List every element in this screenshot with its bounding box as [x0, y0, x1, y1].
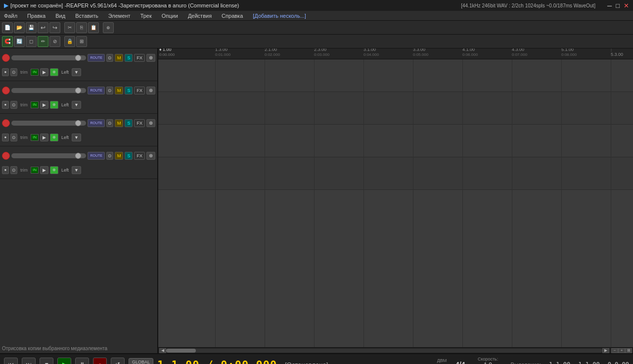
redo-button[interactable]: ↪ — [49, 22, 60, 33]
track-8-arm-button[interactable]: ● — [2, 166, 9, 174]
track-7-expand-button[interactable]: ⊕ — [146, 119, 155, 127]
erase-button[interactable]: ⊘ — [49, 36, 60, 47]
track-5-solo-button[interactable]: S — [125, 54, 133, 62]
track-6-volume-slider[interactable] — [11, 88, 86, 93]
track-8-volume-slider[interactable] — [11, 153, 86, 158]
track-6-solo-button[interactable]: S — [125, 87, 133, 94]
menu-element[interactable]: Элемент — [106, 12, 133, 20]
open-button[interactable]: 📂 — [14, 22, 25, 33]
track-6-arrow-button[interactable]: ▶ — [40, 101, 48, 109]
scroll-track[interactable] — [166, 349, 602, 353]
track-8-solo-button[interactable]: S — [125, 152, 133, 160]
zoom-fit-button[interactable]: ⊞ — [625, 348, 632, 353]
track-5-mute-button[interactable]: M — [115, 54, 124, 62]
track-7-pan-arrow[interactable]: ▼ — [72, 134, 81, 141]
track-7-phase-button[interactable]: ⊙ — [10, 134, 17, 141]
scroll-right-button[interactable]: ▶ — [602, 348, 609, 353]
zoom-in-button[interactable]: + — [618, 348, 625, 353]
track-5-fx-button[interactable]: FX — [134, 54, 145, 62]
track-6-expand-button[interactable]: ⊕ — [146, 87, 155, 94]
pencil-button[interactable]: ✏ — [38, 36, 48, 47]
track-content-area[interactable] — [158, 59, 633, 347]
track-7-panning-button[interactable]: ⊕ — [50, 134, 58, 141]
track-lane-8[interactable] — [158, 157, 633, 190]
track-7-io-button[interactable]: ⊙ — [106, 119, 113, 127]
bpm-display[interactable]: ДВМ 120 — [436, 358, 448, 364]
grid-button[interactable]: ⊞ — [76, 36, 87, 47]
menu-edit[interactable]: Правка — [25, 12, 47, 20]
copy-button[interactable]: ⎘ — [76, 22, 87, 33]
track-5-route-button[interactable]: ROUTE — [88, 54, 105, 62]
menu-track[interactable]: Трек — [138, 12, 154, 20]
lock-button[interactable]: 🔒 — [64, 36, 75, 47]
menu-options[interactable]: Опции — [160, 12, 180, 20]
track-6-route-button[interactable]: ROUTE — [88, 87, 105, 94]
track-6-fx-button[interactable]: FX — [134, 87, 145, 94]
minimize-button[interactable]: ─ — [607, 2, 612, 9]
play-button[interactable]: ▶ — [57, 358, 71, 364]
track-7-mute-button[interactable]: M — [115, 119, 124, 127]
track-lane-6[interactable] — [158, 92, 633, 125]
track-6-io-button[interactable]: ⊙ — [106, 87, 113, 94]
track-8-phase-button[interactable]: ⊙ — [10, 166, 17, 174]
track-7-volume-slider[interactable] — [11, 121, 86, 126]
track-8-pan-arrow[interactable]: ▼ — [72, 166, 81, 174]
track-5-pan-arrow[interactable]: ▼ — [72, 68, 81, 76]
cut-button[interactable]: ✂ — [64, 22, 75, 33]
close-button[interactable]: ✕ — [624, 2, 629, 9]
track-5-io-button[interactable]: ⊙ — [106, 54, 113, 62]
track-lane-7[interactable] — [158, 125, 633, 157]
snap-button[interactable]: 🧲 — [2, 36, 13, 47]
menu-file[interactable]: Файл — [2, 12, 19, 20]
track-6-mute-button[interactable]: M — [115, 87, 124, 94]
track-5-panning-button[interactable]: ⊕ — [50, 68, 58, 76]
menu-add[interactable]: [Добавить несколь...] — [251, 12, 308, 20]
menu-insert[interactable]: Вставить — [73, 12, 100, 20]
scroll-left-button[interactable]: ◀ — [159, 348, 166, 353]
pause-button[interactable]: ⏸ — [75, 358, 89, 364]
track-6-in-button[interactable]: IN — [31, 101, 39, 108]
track-6-record-button[interactable] — [2, 87, 10, 94]
menu-help[interactable]: Справка — [220, 12, 245, 20]
track-7-route-button[interactable]: ROUTE — [88, 119, 105, 127]
track-8-expand-button[interactable]: ⊕ — [146, 152, 155, 160]
paste-button[interactable]: 📋 — [88, 22, 99, 33]
track-8-arrow-button[interactable]: ▶ — [40, 166, 48, 174]
track-8-io-button[interactable]: ⊙ — [106, 152, 113, 160]
track-6-arm-button[interactable]: ● — [2, 101, 9, 109]
stop-button[interactable]: ■ — [40, 358, 53, 364]
menu-view[interactable]: Вид — [53, 12, 67, 20]
track-5-arrow-button[interactable]: ▶ — [40, 68, 48, 76]
zoom-out-button[interactable]: − — [611, 348, 618, 353]
loop-button[interactable]: 🔄 — [14, 36, 25, 47]
track-8-panning-button[interactable]: ⊕ — [50, 166, 58, 174]
track-7-solo-button[interactable]: S — [125, 119, 133, 127]
scroll-thumb[interactable] — [166, 349, 196, 353]
track-7-record-button[interactable] — [2, 119, 10, 127]
track-5-phase-button[interactable]: ⊙ — [10, 68, 17, 76]
track-5-in-button[interactable]: IN — [31, 69, 39, 76]
track-8-in-button[interactable]: IN — [31, 167, 39, 174]
track-6-phase-button[interactable]: ⊙ — [10, 101, 17, 109]
track-7-arm-button[interactable]: ● — [2, 134, 9, 141]
track-7-in-button[interactable]: IN — [31, 134, 39, 141]
new-button[interactable]: 📄 — [2, 22, 13, 33]
track-6-pan-arrow[interactable]: ▼ — [72, 101, 81, 109]
track-5-volume-slider[interactable] — [11, 55, 86, 60]
track-7-arrow-button[interactable]: ▶ — [40, 134, 48, 141]
time-sig[interactable]: 4/4 — [455, 361, 465, 364]
restore-button[interactable]: □ — [616, 2, 620, 9]
select-button[interactable]: ◻ — [26, 36, 37, 47]
track-8-mute-button[interactable]: M — [115, 152, 124, 160]
track-7-fx-button[interactable]: FX — [134, 119, 145, 127]
track-8-fx-button[interactable]: FX — [134, 152, 145, 160]
track-6-panning-button[interactable]: ⊕ — [50, 101, 58, 109]
track-5-expand-button[interactable]: ⊕ — [146, 54, 155, 62]
save-button[interactable]: 💾 — [26, 22, 37, 33]
track-8-route-button[interactable]: ROUTE — [88, 152, 105, 160]
track-5-record-button[interactable] — [2, 54, 10, 62]
track-lane-5[interactable] — [158, 59, 633, 92]
track-5-arm-button[interactable]: ● — [2, 68, 9, 76]
render-button[interactable]: ⊕ — [103, 22, 114, 33]
next-button[interactable]: ⏭ — [22, 358, 36, 364]
